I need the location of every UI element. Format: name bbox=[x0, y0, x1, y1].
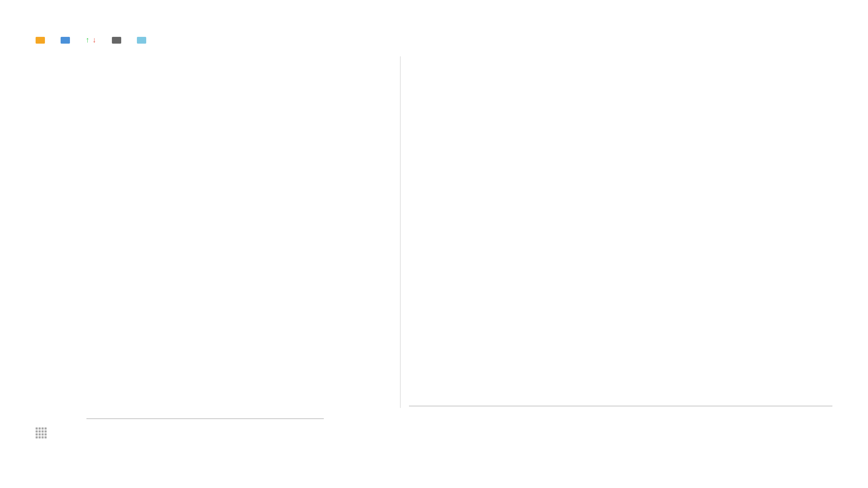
legend-organic bbox=[112, 37, 124, 44]
legend: ↑ ↓ bbox=[36, 36, 832, 44]
diff-rows bbox=[324, 56, 400, 408]
footer bbox=[36, 427, 832, 438]
left-chart bbox=[36, 56, 324, 421]
diff-column bbox=[324, 56, 400, 421]
legend-pre-event bbox=[36, 37, 48, 44]
right-chart-inner bbox=[401, 56, 832, 406]
legend-diff: ↑ ↓ bbox=[86, 36, 99, 44]
left-x-axis bbox=[86, 419, 324, 421]
right-x-axis bbox=[409, 406, 832, 408]
charts-area bbox=[36, 56, 832, 421]
left-chart-inner bbox=[36, 56, 324, 419]
right-chart bbox=[401, 56, 832, 421]
legend-organic-color bbox=[112, 37, 121, 44]
legend-prime-day-color bbox=[61, 37, 70, 44]
legend-sponsored-color bbox=[137, 37, 146, 44]
arrow-up-icon: ↑ bbox=[86, 36, 89, 44]
dataweave-grid-icon bbox=[36, 427, 47, 438]
arrow-down-icon: ↓ bbox=[92, 36, 96, 44]
legend-sponsored bbox=[137, 37, 149, 44]
legend-pre-event-color bbox=[36, 37, 45, 44]
legend-prime-day bbox=[61, 37, 73, 44]
main-container: ↑ ↓ bbox=[14, 11, 854, 477]
